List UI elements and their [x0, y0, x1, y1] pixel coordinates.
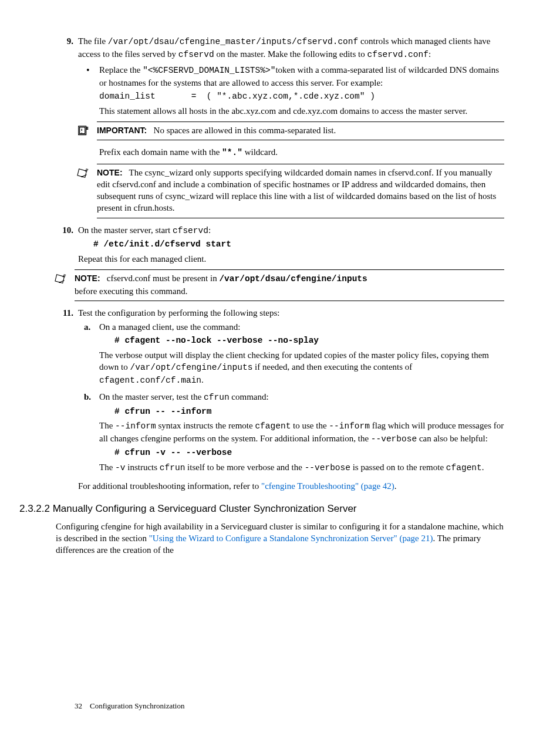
- section-heading: 2.3.2.2 Manually Configuring a Servicegu…: [19, 502, 504, 516]
- page-footer: 32 Configuration Synchronization: [75, 701, 184, 711]
- wizard-link[interactable]: "Using the Wizard to Configure a Standal…: [149, 534, 433, 543]
- verbose-explain: The -v instructs cfrun itself to be more…: [99, 461, 504, 474]
- step-number: 11.: [56, 307, 73, 319]
- substep-a-intro: On a managed client, use the command:: [99, 321, 504, 333]
- substep-b-intro: On the master server, test the cfrun com…: [99, 391, 504, 404]
- bullet-replace-token: Replace the "<%CFSERVD_DOMAIN_LISTS%>"to…: [78, 64, 504, 218]
- step-number: 9.: [56, 35, 73, 47]
- substep-a-explain: The verbose output will display the clie…: [99, 349, 504, 386]
- domain-list-explain: This statement allows all hosts in the a…: [99, 105, 504, 117]
- note-label: NOTE:: [75, 274, 100, 283]
- cfservd-start-cmd: # /etc/init.d/cfservd start: [93, 239, 504, 251]
- note-icon: [55, 273, 68, 289]
- prefix-text: Prefix each domain name with the "*." wi…: [99, 146, 504, 159]
- step-9: 9. The file /var/opt/dsau/cfengine_maste…: [56, 35, 504, 218]
- page-number: 32: [75, 701, 82, 710]
- substeps: a. On a managed client, use the command:…: [78, 321, 504, 474]
- section-body: Configuring cfengine for high availabili…: [56, 521, 504, 556]
- cfrun-verbose-cmd: # cfrun -v -- --verbose: [114, 447, 504, 459]
- step-10-intro: On the master server, start cfservd:: [78, 224, 504, 237]
- footer-title: Configuration Synchronization: [90, 701, 184, 710]
- bullet-text: Replace the "<%CFSERVD_DOMAIN_LISTS%>"to…: [99, 64, 504, 89]
- cfagent-cmd: # cfagent --no-lock --verbose --no-splay: [114, 335, 504, 347]
- troubleshooting-link[interactable]: "cfengine Troubleshooting" (page 42): [261, 481, 394, 491]
- repeat-text: Repeat this for each managed client.: [78, 253, 504, 265]
- substep-letter: b.: [84, 391, 91, 403]
- cfrun-inform-cmd: # cfrun -- --inform: [114, 406, 504, 418]
- step-11-intro: Test the configuration by performing the…: [78, 307, 504, 319]
- note-label: NOTE:: [97, 168, 123, 177]
- step-9-intro: The file /var/opt/dsau/cfengine_master/i…: [78, 35, 504, 60]
- important-icon: [77, 125, 90, 141]
- domain-list-code: domain_list = ( "*.abc.xyz.com,*.cde.xyz…: [99, 91, 504, 103]
- important-label: IMPORTANT:: [97, 126, 147, 135]
- page-content: 9. The file /var/opt/dsau/cfengine_maste…: [56, 35, 504, 728]
- troubleshooting-ref: For additional troubleshooting informati…: [78, 480, 504, 492]
- important-text: No spaces are allowed in this comma-sepa…: [154, 126, 336, 135]
- step-10: 10. On the master server, start cfservd:…: [56, 224, 504, 301]
- important-callout: IMPORTANT: No spaces are allowed in this…: [78, 121, 504, 140]
- note-text: The csync_wizard only supports specifyin…: [97, 168, 496, 213]
- note-callout-1: NOTE: The csync_wizard only supports spe…: [78, 164, 504, 218]
- note-callout-2: NOTE: cfservd.conf must be present in /v…: [56, 269, 504, 301]
- substep-letter: a.: [84, 321, 90, 333]
- step-11: 11. Test the configuration by performing…: [56, 307, 504, 492]
- step-9-bullets: Replace the "<%CFSERVD_DOMAIN_LISTS%>"to…: [78, 64, 504, 218]
- substep-b: b. On the master server, test the cfrun …: [78, 391, 504, 474]
- step-list: 9. The file /var/opt/dsau/cfengine_maste…: [56, 35, 504, 492]
- note-icon: [77, 167, 90, 183]
- inform-explain: The --inform syntax instructs the remote…: [99, 420, 504, 445]
- step-number: 10.: [56, 224, 73, 236]
- substep-a: a. On a managed client, use the command:…: [78, 321, 504, 386]
